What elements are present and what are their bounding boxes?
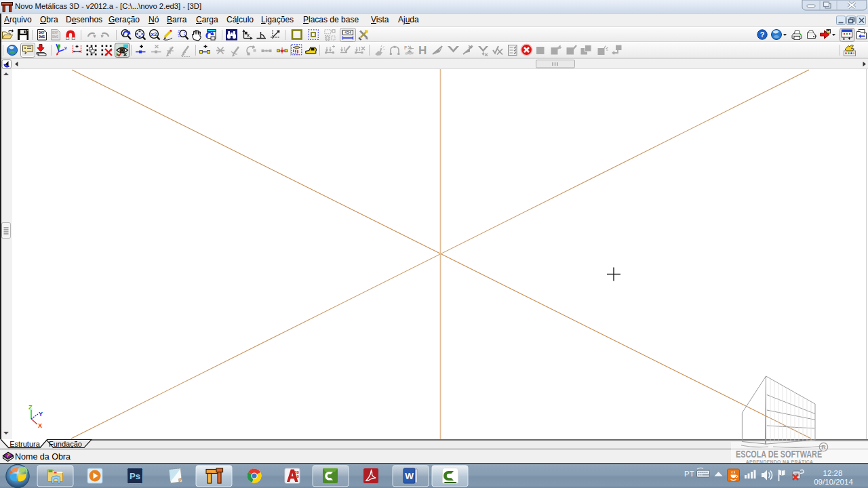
svg-text:Z: Z (28, 404, 33, 411)
svg-text:DWG: DWG (52, 35, 58, 39)
svg-text:ESCOLA DE SOFTWARE: ESCOLA DE SOFTWARE (736, 448, 822, 460)
svg-text:Fundação: Fundação (49, 440, 82, 448)
svg-text:PT: PT (684, 470, 694, 478)
svg-text:x2: x2 (151, 31, 157, 37)
svg-text:R: R (821, 444, 826, 451)
svg-text:12:28: 12:28 (823, 469, 843, 477)
svg-text:Ps: Ps (130, 471, 140, 481)
svg-text:?: ? (760, 30, 765, 39)
svg-text:434: 434 (344, 30, 352, 35)
svg-text:v: v (64, 45, 67, 50)
svg-text:Y: Y (39, 411, 43, 418)
svg-text:DWG: DWG (39, 35, 45, 39)
svg-text:09/10/2014: 09/10/2014 (814, 478, 853, 486)
svg-text:10: 10 (294, 474, 299, 479)
svg-text:W: W (405, 471, 414, 481)
svg-text:X: X (38, 422, 42, 429)
svg-text:Estrutura: Estrutura (9, 440, 41, 448)
svg-text:H: H (418, 44, 427, 57)
svg-text:F: F (404, 45, 408, 50)
